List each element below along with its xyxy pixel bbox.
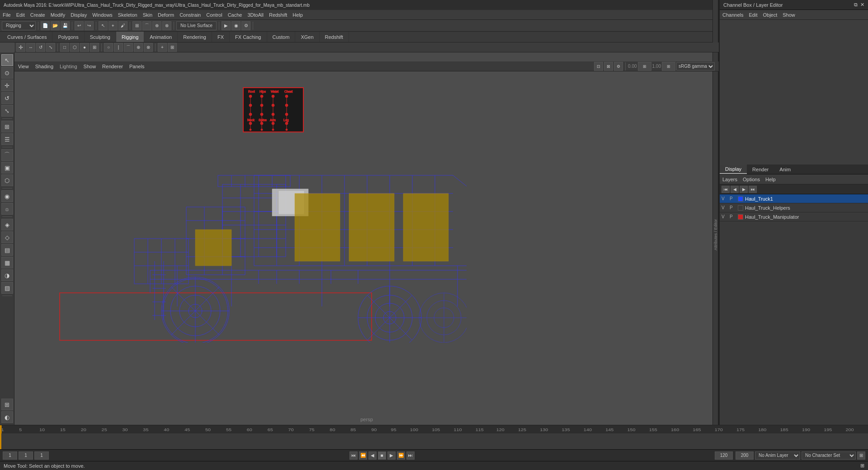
material-btn[interactable]: ◑ — [1, 269, 13, 281]
render-btn[interactable]: ▶ — [222, 21, 231, 30]
select-tool[interactable]: ↖ — [1, 54, 13, 66]
camera-tool[interactable]: ◉ — [1, 190, 13, 202]
texture-mode-btn[interactable]: ⊞ — [90, 43, 99, 52]
layer-menu-options[interactable]: Options — [743, 177, 760, 182]
open-scene-btn[interactable]: 📂 — [51, 21, 60, 30]
channel-menu-object[interactable]: Object — [763, 12, 777, 18]
no-live-surface-btn[interactable]: No Live Surface — [176, 21, 217, 30]
layer-next-btn[interactable]: ⏭ — [749, 186, 757, 193]
tab-xgen[interactable]: XGen — [295, 32, 319, 42]
timeline[interactable]: 1 5 10 15 20 25 30 35 40 45 50 55 60 65 … — [0, 425, 868, 449]
layer-fwd-btn[interactable]: ▶ — [740, 186, 748, 193]
channel-menu-channels[interactable]: Channels — [722, 12, 743, 18]
scale-btn[interactable]: ⤡ — [46, 43, 55, 52]
tab-fx[interactable]: FX — [212, 32, 230, 42]
menu-skeleton[interactable]: Skeleton — [118, 12, 137, 18]
tool-extra1[interactable]: ⊞ — [1, 399, 13, 410]
view-menu-renderer[interactable]: Renderer — [102, 64, 123, 69]
layer-v-btn[interactable]: V — [722, 205, 728, 210]
play-fwd-btn[interactable]: ▶ — [387, 451, 396, 460]
ik-spline-btn[interactable]: ⌒ — [124, 43, 133, 52]
move-tool[interactable]: ✛ — [1, 80, 13, 91]
play-back-btn[interactable]: ◀ — [368, 451, 377, 460]
layer-prev-btn[interactable]: ⏮ — [722, 186, 730, 193]
layer-back-btn[interactable]: ◀ — [731, 186, 739, 193]
tab-sculpting[interactable]: Sculpting — [85, 32, 116, 42]
view-menu-shading[interactable]: Shading — [35, 64, 53, 69]
rotate-btn[interactable]: ↺ — [36, 43, 45, 52]
camera-settings-btn[interactable]: ⚙ — [614, 62, 623, 71]
timeline-scrub[interactable] — [0, 433, 868, 450]
translate-btn[interactable]: ↔ — [26, 43, 35, 52]
undo-btn[interactable]: ↩ — [75, 21, 84, 30]
status-icon[interactable]: ⊞ — [860, 463, 864, 469]
current-frame-input[interactable] — [19, 451, 33, 460]
bind-skin-btn[interactable]: ⊕ — [134, 43, 143, 52]
curve-tool[interactable]: ⌒ — [1, 149, 13, 161]
grid-btn[interactable]: ⊞ — [168, 43, 177, 52]
weight-btn[interactable]: ⊗ — [144, 43, 153, 52]
start-frame-input[interactable] — [3, 451, 17, 460]
menu-3dtoall[interactable]: 3DtoAll — [247, 12, 263, 18]
display-layer-btn[interactable]: ▤ — [1, 244, 13, 256]
layer-item-haul-truck-helpers[interactable]: V P Haul_Truck_Helpers — [720, 203, 868, 212]
menu-cache[interactable]: Cache — [228, 12, 242, 18]
tab-render[interactable]: Render — [747, 164, 774, 174]
poly-tool[interactable]: ⬡ — [1, 174, 13, 186]
ipr-btn[interactable]: ◉ — [231, 21, 241, 30]
rotate-tool[interactable]: ↺ — [1, 92, 13, 104]
viewport[interactable]: Root Hips Waist Chest — [14, 71, 719, 425]
layer-p-btn[interactable]: P — [730, 205, 736, 210]
end-frame-input[interactable] — [715, 451, 733, 460]
snap-point-btn[interactable]: ⊕ — [152, 21, 161, 30]
scale-tool[interactable]: ⤡ — [1, 105, 13, 117]
paint-select-tool[interactable]: ⊙ — [1, 67, 13, 79]
layer-p-btn[interactable]: P — [730, 214, 736, 219]
frame-all-btn[interactable]: ⊠ — [604, 62, 613, 71]
mode-select[interactable]: Rigging Modeling Animation — [2, 21, 36, 30]
exposure-input[interactable]: ⊞ — [638, 62, 651, 71]
step-fwd-btn[interactable]: ⏩ — [397, 451, 405, 460]
skip-to-end-btn[interactable]: ⏭ — [406, 451, 415, 460]
light-tool[interactable]: ☼ — [1, 203, 13, 215]
view-menu-lighting[interactable]: Lighting — [60, 64, 77, 69]
show-all-btn[interactable]: ◈ — [1, 219, 13, 230]
layer-item-haul-truck1[interactable]: V P Haul_Truck1 — [720, 194, 868, 203]
tab-display[interactable]: Display — [720, 164, 747, 174]
stop-btn[interactable]: ■ — [378, 451, 386, 460]
texture-btn[interactable]: ▨ — [1, 282, 13, 294]
char-set-select[interactable]: No Character Set — [802, 451, 856, 460]
tab-animation[interactable]: Animation — [144, 32, 178, 42]
tab-polygons[interactable]: Polygons — [52, 32, 84, 42]
snap-grid-btn[interactable]: ⊞ — [132, 21, 142, 30]
ik-handle-btn[interactable]: | — [114, 43, 123, 52]
new-scene-btn[interactable]: 📄 — [41, 21, 50, 30]
wire-mode-btn[interactable]: ⬡ — [70, 43, 79, 52]
channel-float-btn[interactable]: ⧉ — [854, 2, 858, 8]
soft-mod-tool[interactable]: ⊞ — [1, 121, 13, 132]
tab-rendering[interactable]: Rendering — [178, 32, 212, 42]
sub-frame-input[interactable] — [34, 451, 49, 460]
skip-to-start-btn[interactable]: ⏮ — [349, 451, 358, 460]
redo-btn[interactable]: ↪ — [85, 21, 94, 30]
menu-create[interactable]: Create — [30, 12, 45, 18]
channel-menu-show[interactable]: Show — [783, 12, 795, 18]
solid-mode-btn[interactable]: ● — [80, 43, 89, 52]
anim-layer-select[interactable]: No Anim Layer — [755, 451, 800, 460]
lasso-tool-btn[interactable]: ⌖ — [108, 21, 118, 30]
menu-control[interactable]: Control — [206, 12, 222, 18]
menu-help[interactable]: Help — [292, 12, 303, 18]
colorspace-select[interactable]: sRGB gamma — [676, 62, 715, 70]
step-back-btn[interactable]: ⏪ — [359, 451, 367, 460]
menu-constrain[interactable]: Constrain — [179, 12, 201, 18]
tab-curves-surfaces[interactable]: Curves / Surfaces — [2, 32, 52, 42]
layer-v-btn[interactable]: V — [722, 196, 728, 201]
menu-display[interactable]: Display — [71, 12, 87, 18]
tool-extra2[interactable]: ◐ — [1, 411, 13, 423]
playback-settings-btn[interactable]: ⊞ — [857, 451, 865, 460]
surface-tool[interactable]: ▣ — [1, 162, 13, 174]
box-mode-btn[interactable]: □ — [60, 43, 69, 52]
menu-edit[interactable]: Edit — [16, 12, 25, 18]
max-frame-input[interactable] — [736, 451, 754, 460]
snap-view-btn[interactable]: ⊗ — [162, 21, 171, 30]
